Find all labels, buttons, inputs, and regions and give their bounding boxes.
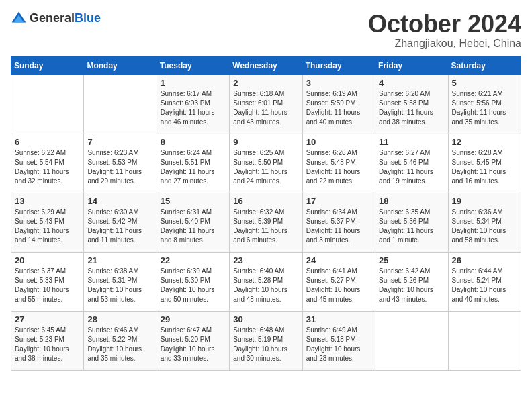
day-number: 16 (233, 196, 298, 206)
day-info: Sunrise: 6:49 AMSunset: 5:18 PMDaylight:… (306, 326, 371, 363)
day-number: 5 (452, 78, 517, 88)
day-info: Sunrise: 6:26 AMSunset: 5:48 PMDaylight:… (306, 148, 371, 186)
calendar-cell (448, 311, 521, 370)
day-info: Sunrise: 6:30 AMSunset: 5:42 PMDaylight:… (87, 208, 152, 245)
weekday-header-tuesday: Tuesday (157, 56, 229, 75)
day-number: 24 (306, 255, 371, 265)
calendar-cell: 3Sunrise: 6:19 AMSunset: 5:59 PMDaylight… (302, 75, 375, 134)
calendar-cell (11, 75, 84, 134)
day-number: 19 (452, 196, 517, 206)
calendar-cell: 30Sunrise: 6:48 AMSunset: 5:19 PMDayligh… (230, 311, 302, 370)
day-number: 26 (452, 255, 517, 265)
calendar-cell: 16Sunrise: 6:32 AMSunset: 5:39 PMDayligh… (230, 193, 302, 252)
day-number: 15 (161, 196, 226, 206)
day-info: Sunrise: 6:20 AMSunset: 5:58 PMDaylight:… (379, 89, 444, 127)
day-info: Sunrise: 6:17 AMSunset: 6:03 PMDaylight:… (161, 89, 226, 127)
day-info: Sunrise: 6:23 AMSunset: 5:53 PMDaylight:… (87, 148, 152, 186)
day-info: Sunrise: 6:18 AMSunset: 6:01 PMDaylight:… (233, 89, 298, 127)
day-number: 13 (15, 196, 80, 206)
week-row-3: 13Sunrise: 6:29 AMSunset: 5:43 PMDayligh… (11, 193, 521, 252)
calendar-cell: 28Sunrise: 6:46 AMSunset: 5:22 PMDayligh… (84, 311, 157, 370)
day-info: Sunrise: 6:22 AMSunset: 5:54 PMDaylight:… (15, 148, 80, 186)
weekday-header-thursday: Thursday (302, 56, 375, 75)
day-info: Sunrise: 6:21 AMSunset: 5:56 PMDaylight:… (452, 89, 517, 127)
week-row-5: 27Sunrise: 6:45 AMSunset: 5:23 PMDayligh… (11, 311, 521, 370)
day-number: 3 (306, 78, 371, 88)
day-number: 28 (87, 314, 152, 324)
calendar-header: SundayMondayTuesdayWednesdayThursdayFrid… (11, 56, 521, 75)
day-number: 6 (15, 137, 80, 147)
month-title: October 2024 (368, 11, 521, 38)
day-info: Sunrise: 6:48 AMSunset: 5:19 PMDaylight:… (233, 326, 298, 363)
calendar-cell: 20Sunrise: 6:37 AMSunset: 5:33 PMDayligh… (11, 252, 84, 311)
day-info: Sunrise: 6:32 AMSunset: 5:39 PMDaylight:… (233, 208, 298, 245)
calendar-cell: 5Sunrise: 6:21 AMSunset: 5:56 PMDaylight… (448, 75, 521, 134)
day-number: 12 (452, 137, 517, 147)
calendar-cell: 31Sunrise: 6:49 AMSunset: 5:18 PMDayligh… (302, 311, 375, 370)
day-number: 8 (161, 137, 226, 147)
calendar-cell: 10Sunrise: 6:26 AMSunset: 5:48 PMDayligh… (302, 134, 375, 193)
day-info: Sunrise: 6:24 AMSunset: 5:51 PMDaylight:… (161, 148, 226, 186)
calendar-cell: 24Sunrise: 6:41 AMSunset: 5:27 PMDayligh… (302, 252, 375, 311)
day-info: Sunrise: 6:46 AMSunset: 5:22 PMDaylight:… (87, 326, 152, 363)
calendar-cell: 23Sunrise: 6:40 AMSunset: 5:28 PMDayligh… (230, 252, 302, 311)
calendar-cell: 7Sunrise: 6:23 AMSunset: 5:53 PMDaylight… (84, 134, 157, 193)
day-number: 17 (306, 196, 371, 206)
calendar-cell: 2Sunrise: 6:18 AMSunset: 6:01 PMDaylight… (230, 75, 302, 134)
day-number: 23 (233, 255, 298, 265)
logo: GeneralBlue (11, 11, 101, 27)
day-info: Sunrise: 6:28 AMSunset: 5:45 PMDaylight:… (452, 148, 517, 186)
day-number: 22 (161, 255, 226, 265)
weekday-header-saturday: Saturday (448, 56, 521, 75)
calendar-cell: 6Sunrise: 6:22 AMSunset: 5:54 PMDaylight… (11, 134, 84, 193)
day-info: Sunrise: 6:44 AMSunset: 5:24 PMDaylight:… (452, 267, 517, 304)
day-number: 10 (306, 137, 371, 147)
day-info: Sunrise: 6:45 AMSunset: 5:23 PMDaylight:… (15, 326, 80, 363)
calendar-cell: 11Sunrise: 6:27 AMSunset: 5:46 PMDayligh… (375, 134, 448, 193)
day-info: Sunrise: 6:25 AMSunset: 5:50 PMDaylight:… (233, 148, 298, 186)
day-number: 4 (379, 78, 444, 88)
calendar-cell (375, 311, 448, 370)
calendar-cell: 27Sunrise: 6:45 AMSunset: 5:23 PMDayligh… (11, 311, 84, 370)
day-info: Sunrise: 6:39 AMSunset: 5:30 PMDaylight:… (161, 267, 226, 304)
title-block: October 2024 Zhangjiakou, Hebei, China (368, 11, 521, 50)
calendar-cell: 17Sunrise: 6:34 AMSunset: 5:37 PMDayligh… (302, 193, 375, 252)
calendar-cell (84, 75, 157, 134)
calendar-table: SundayMondayTuesdayWednesdayThursdayFrid… (11, 56, 521, 371)
week-row-2: 6Sunrise: 6:22 AMSunset: 5:54 PMDaylight… (11, 134, 521, 193)
calendar-cell: 8Sunrise: 6:24 AMSunset: 5:51 PMDaylight… (157, 134, 229, 193)
calendar-cell: 13Sunrise: 6:29 AMSunset: 5:43 PMDayligh… (11, 193, 84, 252)
calendar-cell: 22Sunrise: 6:39 AMSunset: 5:30 PMDayligh… (157, 252, 229, 311)
day-info: Sunrise: 6:37 AMSunset: 5:33 PMDaylight:… (15, 267, 80, 304)
day-info: Sunrise: 6:35 AMSunset: 5:36 PMDaylight:… (379, 208, 444, 245)
calendar-cell: 18Sunrise: 6:35 AMSunset: 5:36 PMDayligh… (375, 193, 448, 252)
weekday-header-wednesday: Wednesday (230, 56, 302, 75)
calendar-cell: 25Sunrise: 6:42 AMSunset: 5:26 PMDayligh… (375, 252, 448, 311)
calendar-cell: 21Sunrise: 6:38 AMSunset: 5:31 PMDayligh… (84, 252, 157, 311)
week-row-4: 20Sunrise: 6:37 AMSunset: 5:33 PMDayligh… (11, 252, 521, 311)
calendar-cell: 15Sunrise: 6:31 AMSunset: 5:40 PMDayligh… (157, 193, 229, 252)
day-info: Sunrise: 6:40 AMSunset: 5:28 PMDaylight:… (233, 267, 298, 304)
day-number: 7 (87, 137, 152, 147)
day-info: Sunrise: 6:42 AMSunset: 5:26 PMDaylight:… (379, 267, 444, 304)
day-info: Sunrise: 6:29 AMSunset: 5:43 PMDaylight:… (15, 208, 80, 245)
day-number: 25 (379, 255, 444, 265)
calendar-cell: 4Sunrise: 6:20 AMSunset: 5:58 PMDaylight… (375, 75, 448, 134)
day-number: 31 (306, 314, 371, 324)
logo-general-text: GeneralBlue (30, 12, 101, 26)
location-title: Zhangjiakou, Hebei, China (368, 38, 521, 50)
weekday-header-monday: Monday (84, 56, 157, 75)
calendar-cell: 14Sunrise: 6:30 AMSunset: 5:42 PMDayligh… (84, 193, 157, 252)
day-number: 1 (161, 78, 226, 88)
page-header: GeneralBlue October 2024 Zhangjiakou, He… (11, 11, 521, 50)
day-info: Sunrise: 6:47 AMSunset: 5:20 PMDaylight:… (161, 326, 226, 363)
day-number: 18 (379, 196, 444, 206)
day-number: 29 (161, 314, 226, 324)
day-number: 27 (15, 314, 80, 324)
day-number: 2 (233, 78, 298, 88)
calendar-cell: 9Sunrise: 6:25 AMSunset: 5:50 PMDaylight… (230, 134, 302, 193)
calendar-cell: 12Sunrise: 6:28 AMSunset: 5:45 PMDayligh… (448, 134, 521, 193)
day-number: 21 (87, 255, 152, 265)
day-info: Sunrise: 6:34 AMSunset: 5:37 PMDaylight:… (306, 208, 371, 245)
day-number: 30 (233, 314, 298, 324)
